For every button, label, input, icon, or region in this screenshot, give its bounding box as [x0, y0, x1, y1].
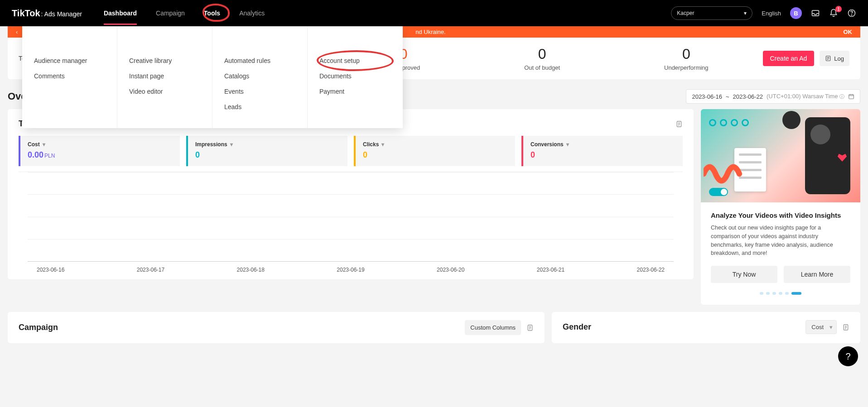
top-bar: TikTok : Ads Manager Dashboard Campaign … — [0, 0, 868, 26]
menu-video-editor[interactable]: Video editor — [129, 84, 200, 99]
kpi-value: 0 — [195, 150, 340, 160]
kpi-value: 0 — [530, 150, 675, 160]
x-tick: 2023-06-19 — [337, 267, 364, 273]
x-tick: 2023-06-16 — [37, 267, 64, 273]
kpi-conversions[interactable]: Conversions▾ 0 — [521, 136, 683, 166]
menu-leads[interactable]: Leads — [224, 99, 295, 115]
x-tick: 2023-06-21 — [537, 267, 564, 273]
mega-heading-settings: Settings — [319, 37, 391, 45]
menu-instant-page[interactable]: Instant page — [129, 68, 200, 84]
nav-dashboard[interactable]: Dashboard — [104, 7, 137, 19]
mega-heading-creative: Creative — [129, 37, 200, 45]
metric-value: 0 — [664, 46, 709, 62]
lower-row: Campaign Custom Columns Gender Cost — [8, 312, 860, 343]
brand-logo[interactable]: TikTok : Ads Manager — [12, 8, 82, 19]
mega-col-creative: Creative Creative library Instant page V… — [117, 26, 212, 128]
inbox-icon[interactable] — [811, 9, 820, 18]
metric-out-of-budget[interactable]: 0 Out of budget — [524, 46, 560, 71]
export-icon[interactable] — [526, 324, 534, 331]
kpi-row: Cost▾ 0.00PLN Impressions▾ 0 Clicks▾ 0 C… — [19, 136, 683, 166]
menu-creative-library[interactable]: Creative library — [129, 53, 200, 68]
nav-campaign[interactable]: Campaign — [156, 7, 185, 19]
metric-underperforming[interactable]: 0 Underperforming — [664, 46, 709, 71]
chevron-down-icon: ▾ — [230, 141, 233, 148]
mega-col-audience: Audience Audience manager Comments — [22, 26, 117, 128]
custom-columns-button[interactable]: Custom Columns — [465, 320, 521, 335]
metric-label: Underperforming — [664, 64, 709, 71]
brand-name: TikTok — [12, 8, 40, 19]
account-name: Kacper — [677, 10, 694, 16]
x-tick: 2023-06-18 — [237, 267, 265, 273]
bell-icon[interactable]: 1 — [829, 9, 838, 18]
menu-events[interactable]: Events — [224, 84, 295, 99]
kpi-label: Cost — [28, 141, 40, 148]
calendar-icon — [848, 93, 854, 100]
chart-x-labels: 2023-06-16 2023-06-17 2023-06-18 2023-06… — [37, 267, 665, 273]
campaign-title: Campaign — [19, 323, 58, 332]
trends-chart: 2023-06-16 2023-06-17 2023-06-18 2023-06… — [19, 172, 683, 275]
alert-ok-button[interactable]: OK — [844, 29, 853, 35]
brand-sub: : Ads Manager — [41, 10, 82, 18]
menu-comments[interactable]: Comments — [34, 68, 105, 84]
menu-catalogs[interactable]: Catalogs — [224, 68, 295, 84]
kpi-unit: PLN — [44, 153, 55, 159]
status-actions: Create an Ad Log — [763, 51, 849, 66]
help-icon[interactable] — [847, 9, 856, 18]
export-icon[interactable] — [675, 120, 683, 128]
log-button[interactable]: Log — [820, 51, 849, 66]
log-icon — [825, 55, 831, 62]
notification-badge: 1 — [835, 6, 842, 12]
menu-payment[interactable]: Payment — [319, 84, 391, 99]
chevron-down-icon: ▾ — [744, 10, 747, 16]
log-label: Log — [834, 55, 844, 62]
svg-point-2 — [852, 15, 852, 15]
kpi-cost[interactable]: Cost▾ 0.00PLN — [19, 136, 180, 166]
kpi-clicks[interactable]: Clicks▾ 0 — [354, 136, 515, 166]
date-from: 2023-06-16 — [692, 93, 722, 100]
date-to: 2023-06-22 — [733, 93, 763, 100]
promo-illustration — [701, 109, 860, 202]
kpi-value: 0.00 — [28, 150, 43, 159]
info-icon: ⓘ — [839, 93, 844, 100]
menu-account-setup[interactable]: Account setup — [319, 53, 391, 68]
promo-learn-button[interactable]: Learn More — [784, 266, 850, 283]
chevron-left-icon[interactable]: ‹ — [16, 29, 18, 35]
promo-pagination[interactable] — [711, 292, 850, 295]
chevron-down-icon: ▾ — [43, 141, 45, 148]
status-metrics: 0 Disapproved 0 Out of budget 0 Underper… — [387, 46, 708, 71]
menu-audience-manager[interactable]: Audience manager — [34, 53, 105, 68]
mega-heading-management: Management — [224, 37, 295, 45]
kpi-label: Conversions — [530, 141, 564, 148]
x-tick: 2023-06-17 — [137, 267, 164, 273]
promo-card: Analyze Your Videos with Video Insights … — [701, 109, 860, 305]
chevron-down-icon: ▾ — [566, 141, 569, 148]
toggle-icon — [709, 188, 728, 196]
gender-metric-select[interactable]: Cost — [805, 320, 837, 334]
gender-title: Gender — [563, 322, 591, 332]
x-tick: 2023-06-20 — [437, 267, 464, 273]
nav-analytics[interactable]: Analytics — [239, 7, 265, 19]
campaign-card: Campaign Custom Columns — [8, 312, 545, 343]
svg-rect-4 — [849, 95, 854, 99]
language-selector[interactable]: English — [762, 10, 781, 17]
nav-tools[interactable]: Tools — [204, 7, 220, 19]
promo-body-text: Check out our new video insights page fo… — [711, 224, 850, 258]
export-icon[interactable] — [842, 324, 849, 331]
kpi-label: Clicks — [363, 141, 379, 148]
menu-automated-rules[interactable]: Automated rules — [224, 53, 295, 68]
account-switcher[interactable]: Kacper ▾ — [671, 6, 752, 20]
kpi-impressions[interactable]: Impressions▾ 0 — [186, 136, 347, 166]
mega-heading-audience: Audience — [34, 37, 105, 45]
main-nav: Dashboard Campaign Tools Analytics — [104, 7, 265, 19]
trends-card: Trends Cost▾ 0.00PLN Impressions▾ 0 — [8, 109, 694, 279]
promo-try-button[interactable]: Try Now — [711, 266, 777, 283]
promo-title: Analyze Your Videos with Video Insights — [711, 211, 850, 219]
menu-documents[interactable]: Documents — [319, 68, 391, 84]
gender-card: Gender Cost — [552, 312, 860, 343]
avatar[interactable]: B — [790, 7, 802, 19]
create-ad-button[interactable]: Create an Ad — [763, 51, 815, 66]
timezone-label: (UTC+01:00) Warsaw Time ⓘ — [767, 93, 844, 100]
mega-col-settings: Settings Account setup Documents Payment — [308, 26, 403, 128]
metric-label: Out of budget — [524, 64, 560, 71]
date-range-picker[interactable]: 2023-06-16 ~ 2023-06-22 (UTC+01:00) Wars… — [686, 89, 860, 104]
